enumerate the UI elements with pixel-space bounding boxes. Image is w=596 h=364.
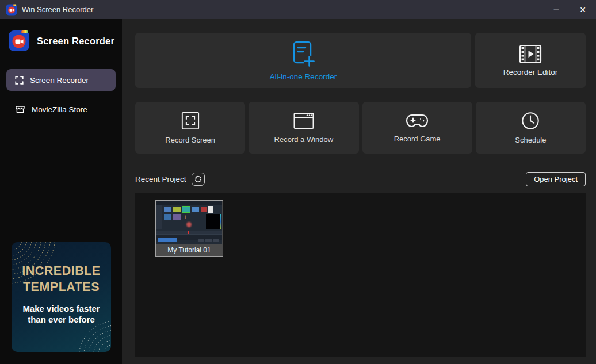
record-game-button[interactable]: Record Game (362, 102, 472, 154)
film-strip-icon (519, 44, 542, 64)
primary-actions-row: All-in-one Recorder (135, 33, 586, 88)
refresh-icon (194, 175, 202, 183)
templates-promo-banner[interactable]: INCREDIBLE TEMPLATES Make videos faster … (12, 242, 111, 352)
project-name: My Tutorial 01 (156, 244, 222, 256)
clock-icon (521, 111, 540, 131)
document-plus-icon (290, 40, 316, 68)
promo-title: INCREDIBLE TEMPLATES (12, 263, 111, 296)
titlebar: Win Screen Recorder – ✕ (0, 0, 596, 19)
all-in-one-recorder-button[interactable]: All-in-one Recorder (135, 33, 471, 88)
sidebar: Screen Recorder Screen Recorder (0, 19, 122, 364)
sidebar-item-label: MovieZilla Store (32, 105, 87, 114)
window-icon (293, 112, 315, 130)
app-logo-icon (8, 30, 30, 52)
sidebar-item-moviezilla-store[interactable]: MovieZilla Store (6, 98, 116, 120)
button-label: Schedule (515, 136, 546, 144)
capture-brackets-icon (15, 76, 24, 85)
brand: Screen Recorder (0, 19, 122, 52)
app-window: Win Screen Recorder – ✕ (0, 0, 596, 364)
promo-subtitle: Make videos faster than ever before (12, 303, 111, 325)
main-panel: All-in-one Recorder (122, 19, 596, 364)
record-modes-row: Record Screen Record a Window (135, 102, 586, 154)
sidebar-item-label: Screen Recorder (30, 76, 89, 85)
record-screen-button[interactable]: Record Screen (135, 102, 245, 154)
button-label: Record Screen (165, 136, 215, 144)
app-name: Screen Recorder (37, 36, 114, 47)
screen-capture-icon (181, 111, 200, 131)
schedule-button[interactable]: Schedule (476, 102, 586, 154)
button-label: All-in-one Recorder (270, 72, 337, 81)
close-button[interactable]: ✕ (570, 0, 596, 19)
storefront-icon (15, 105, 25, 114)
sidebar-nav: Screen Recorder MovieZilla Store (0, 69, 122, 120)
button-label: Recorder Editor (503, 68, 558, 76)
minimize-button[interactable]: – (543, 0, 570, 19)
button-label: Record a Window (274, 135, 334, 144)
button-label: Record Game (394, 135, 441, 143)
recorder-editor-button[interactable]: Recorder Editor (475, 33, 586, 88)
window-content: Screen Recorder Screen Recorder (0, 19, 596, 364)
project-card[interactable]: + My Tutorial 01 (155, 200, 223, 257)
gamepad-icon (406, 112, 429, 129)
recent-project-header: Recent Project Open Project (135, 172, 586, 186)
recent-project-heading: Recent Project (135, 175, 186, 183)
window-title: Win Screen Recorder (22, 5, 93, 14)
window-controls: – ✕ (543, 0, 596, 19)
app-logo-icon (6, 4, 17, 16)
project-thumbnail: + (156, 201, 222, 244)
refresh-button[interactable] (192, 173, 205, 186)
open-project-button[interactable]: Open Project (526, 172, 586, 186)
record-a-window-button[interactable]: Record a Window (249, 102, 358, 154)
recent-projects-panel: + My Tutorial 01 (135, 193, 586, 357)
sidebar-item-screen-recorder[interactable]: Screen Recorder (6, 69, 116, 91)
